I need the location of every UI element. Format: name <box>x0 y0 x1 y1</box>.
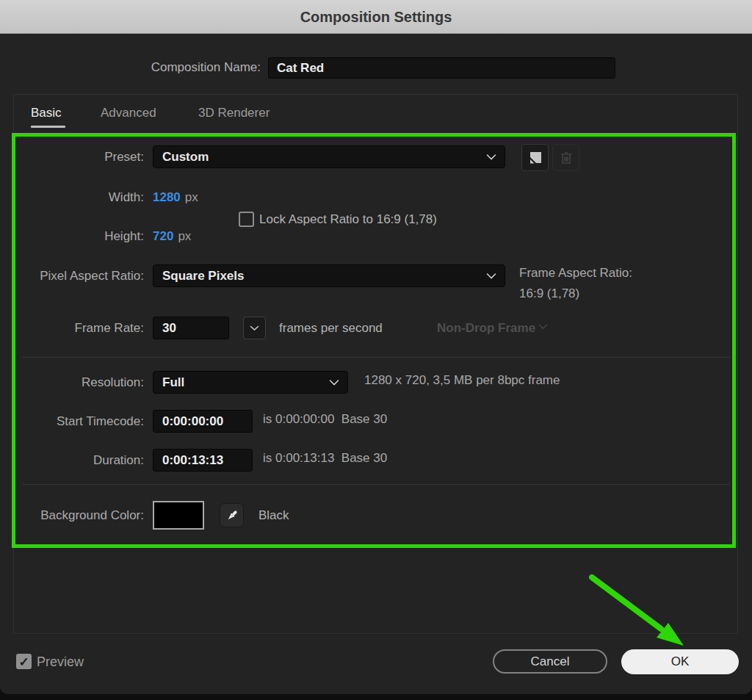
preset-value: Custom <box>162 146 209 167</box>
lock-aspect-ratio-label: Lock Aspect Ratio to 16:9 (1,78) <box>259 210 437 229</box>
timecode-mode-value: Non-Drop Frame <box>437 318 535 338</box>
start-timecode-label: Start Timecode: <box>0 411 144 433</box>
height-value[interactable]: 720 <box>153 229 173 243</box>
frame-rate-dropdown-button[interactable] <box>243 317 266 339</box>
composition-settings-window: Composition Settings Composition Name: C… <box>0 0 752 700</box>
pixel-aspect-ratio-value: Square Pixels <box>162 265 245 286</box>
chevron-down-icon <box>486 273 496 279</box>
resolution-label: Resolution: <box>0 372 144 394</box>
composition-name-label: Composition Name: <box>0 57 261 78</box>
height-unit: px <box>178 229 191 243</box>
width-label: Width: <box>0 187 144 208</box>
background-color-label: Background Color: <box>0 505 144 526</box>
width-unit: px <box>185 190 198 204</box>
save-preset-icon <box>527 150 543 166</box>
duration-label: Duration: <box>0 450 144 472</box>
chevron-down-icon <box>486 154 496 160</box>
preset-dropdown[interactable]: Custom <box>153 145 505 168</box>
dialog-title: Composition Settings <box>0 0 752 34</box>
tab-3d-renderer[interactable]: 3D Renderer <box>198 104 270 123</box>
composition-name-input[interactable]: Cat Red <box>268 57 615 79</box>
frame-aspect-ratio-value: 16:9 (1,78) <box>519 286 579 301</box>
frame-rate-label: Frame Rate: <box>0 317 144 339</box>
preset-label: Preset: <box>0 146 144 168</box>
background-color-name: Black <box>258 505 289 526</box>
height-label: Height: <box>0 226 144 247</box>
duration-info: is 0:00:13:13 Base 30 <box>263 451 387 466</box>
resolution-value: Full <box>162 372 184 393</box>
tab-basic[interactable]: Basic <box>31 104 62 123</box>
start-timecode-input[interactable]: 0:00:00:00 <box>153 410 253 433</box>
width-value[interactable]: 1280 <box>153 190 181 204</box>
eyedropper-icon <box>225 508 239 523</box>
ok-button[interactable]: OK <box>621 649 739 674</box>
preview-label: Preview <box>37 652 84 671</box>
trash-icon <box>559 151 574 165</box>
duration-input[interactable]: 0:00:13:13 <box>153 449 253 472</box>
section-divider <box>22 484 730 485</box>
chevron-down-icon <box>250 325 259 331</box>
chevron-down-icon <box>329 379 339 386</box>
chevron-down-icon <box>538 324 548 330</box>
active-tab-underline <box>31 126 65 128</box>
pixel-aspect-ratio-label: Pixel Aspect Ratio: <box>0 265 144 287</box>
frames-per-second-label: frames per second <box>279 318 383 338</box>
eyedropper-button[interactable] <box>220 503 244 527</box>
tab-content-panel <box>13 94 738 634</box>
delete-preset-button[interactable] <box>552 144 579 171</box>
resolution-dropdown[interactable]: Full <box>153 371 348 394</box>
cancel-button[interactable]: Cancel <box>493 649 607 674</box>
frame-aspect-ratio-label: Frame Aspect Ratio: <box>519 266 632 281</box>
lock-aspect-ratio-checkbox[interactable] <box>239 212 254 227</box>
check-icon: ✓ <box>18 655 29 669</box>
section-divider <box>22 357 730 358</box>
save-preset-button[interactable] <box>521 144 549 171</box>
pixel-aspect-ratio-dropdown[interactable]: Square Pixels <box>153 264 505 287</box>
height-value-group: 720px <box>153 226 191 247</box>
start-timecode-info: is 0:00:00:00 Base 30 <box>263 412 387 427</box>
tab-advanced[interactable]: Advanced <box>101 104 156 123</box>
width-value-group: 1280px <box>153 187 198 208</box>
frame-rate-input[interactable]: 30 <box>153 317 229 339</box>
background-color-swatch[interactable] <box>153 501 204 530</box>
resolution-info: 1280 x 720, 3,5 MB per 8bpc frame <box>364 373 560 388</box>
preview-checkbox[interactable]: ✓ <box>16 654 32 669</box>
composition-settings-dialog: Composition Settings Composition Name: C… <box>0 0 752 694</box>
